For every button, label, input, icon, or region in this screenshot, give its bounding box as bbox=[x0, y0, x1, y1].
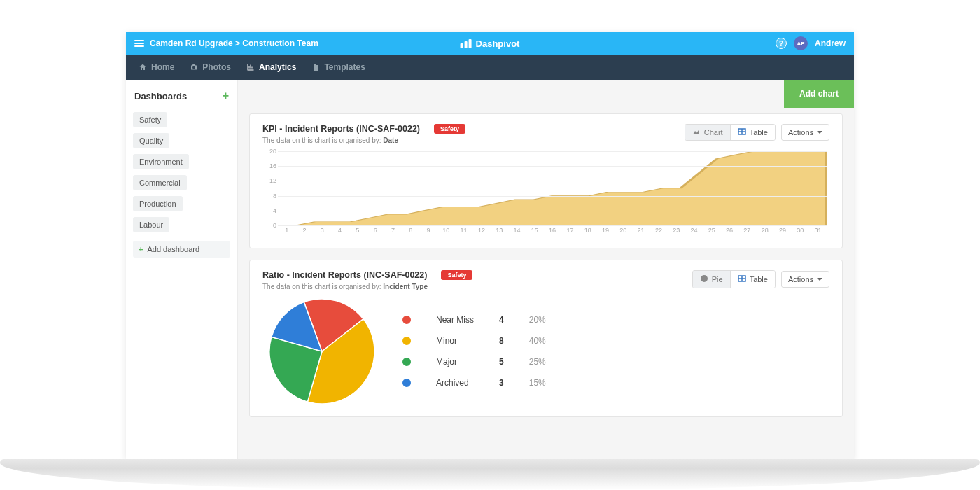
view-table-label: Table bbox=[750, 275, 768, 284]
main-nav: Home Photos Analytics Templates bbox=[126, 55, 854, 80]
legend-dot bbox=[402, 316, 411, 324]
x-tick: 13 bbox=[491, 227, 508, 237]
legend-label: Minor bbox=[436, 336, 474, 346]
sidebar-item-production[interactable]: Production bbox=[133, 196, 183, 211]
sidebar-item-labour[interactable]: Labour bbox=[133, 217, 169, 232]
x-tick: 6 bbox=[366, 227, 384, 237]
legend-percent: 40% bbox=[529, 336, 546, 346]
x-tick: 11 bbox=[455, 227, 472, 237]
add-dashboard-button[interactable]: + Add dashboard bbox=[133, 241, 230, 258]
view-table-option[interactable]: Table bbox=[730, 125, 775, 140]
chevron-down-icon bbox=[817, 278, 822, 281]
view-table-option[interactable]: Table bbox=[730, 271, 775, 288]
sidebar-item-commercial[interactable]: Commercial bbox=[133, 175, 187, 190]
y-tick: 4 bbox=[262, 207, 276, 214]
legend-dot bbox=[402, 337, 411, 345]
nav-analytics[interactable]: Analytics bbox=[246, 62, 296, 72]
y-tick: 20 bbox=[262, 148, 276, 155]
add-chart-button[interactable]: Add chart bbox=[784, 80, 854, 108]
x-tick: 22 bbox=[650, 227, 667, 237]
sidebar-item-quality[interactable]: Quality bbox=[133, 133, 169, 148]
view-chart-option[interactable]: Chart bbox=[685, 125, 730, 140]
main-content: Add chart KPI - Incident Reports (INC-SA… bbox=[238, 80, 854, 459]
device-stand bbox=[0, 459, 980, 490]
y-tick: 16 bbox=[262, 162, 276, 169]
add-dashboard-plus-icon[interactable]: + bbox=[223, 90, 229, 102]
app-window: Camden Rd Upgrade > Construction Team Da… bbox=[126, 32, 854, 459]
view-table-label: Table bbox=[750, 128, 768, 136]
ratio-view-toggle: Pie Table bbox=[692, 270, 776, 288]
y-tick: 12 bbox=[262, 177, 276, 184]
x-tick: 28 bbox=[756, 227, 774, 237]
x-tick: 24 bbox=[685, 227, 703, 237]
table-icon bbox=[738, 128, 746, 136]
menu-icon[interactable] bbox=[134, 40, 144, 47]
x-tick: 25 bbox=[703, 227, 720, 237]
legend-percent: 15% bbox=[529, 378, 546, 388]
camera-icon bbox=[190, 63, 198, 71]
user-name[interactable]: Andrew bbox=[815, 38, 846, 48]
brand-logo: Dashpivot bbox=[461, 38, 520, 49]
legend-label: Major bbox=[436, 357, 474, 367]
legend-count: 4 bbox=[499, 315, 504, 325]
x-tick: 21 bbox=[632, 227, 650, 237]
ratio-actions-dropdown[interactable]: Actions bbox=[781, 271, 830, 288]
chevron-down-icon bbox=[817, 131, 822, 134]
x-tick: 23 bbox=[668, 227, 685, 237]
x-tick: 16 bbox=[543, 227, 561, 237]
x-tick: 31 bbox=[809, 227, 827, 237]
legend-dot bbox=[402, 358, 411, 366]
x-tick: 3 bbox=[314, 227, 331, 237]
view-pie-label: Pie bbox=[712, 275, 723, 284]
nav-analytics-label: Analytics bbox=[259, 62, 296, 72]
nav-photos-label: Photos bbox=[202, 62, 231, 72]
breadcrumb[interactable]: Camden Rd Upgrade > Construction Team bbox=[150, 38, 318, 48]
x-tick: 18 bbox=[579, 227, 596, 237]
home-icon bbox=[139, 63, 147, 71]
document-icon bbox=[312, 63, 320, 71]
x-tick: 14 bbox=[508, 227, 526, 237]
x-tick: 7 bbox=[384, 227, 402, 237]
help-icon[interactable]: ? bbox=[776, 38, 787, 49]
x-tick: 30 bbox=[792, 227, 809, 237]
x-tick: 12 bbox=[472, 227, 490, 237]
x-tick: 29 bbox=[774, 227, 791, 237]
x-tick: 4 bbox=[331, 227, 349, 237]
legend-percent: 20% bbox=[529, 315, 546, 325]
kpi-actions-dropdown[interactable]: Actions bbox=[781, 124, 830, 141]
x-tick: 19 bbox=[596, 227, 614, 237]
nav-templates[interactable]: Templates bbox=[312, 62, 365, 72]
x-tick: 8 bbox=[402, 227, 419, 237]
x-tick: 2 bbox=[295, 227, 313, 237]
view-chart-label: Chart bbox=[704, 128, 723, 136]
pie-legend: Near Miss420%Minor840%Major525%Archived3… bbox=[402, 315, 546, 388]
legend-label: Near Miss bbox=[436, 315, 474, 325]
x-tick: 10 bbox=[438, 227, 455, 237]
view-pie-option[interactable]: Pie bbox=[693, 271, 730, 288]
sidebar-item-environment[interactable]: Environment bbox=[133, 154, 189, 169]
table-icon bbox=[738, 275, 746, 284]
sidebar: Dashboards + SafetyQualityEnvironmentCom… bbox=[126, 80, 238, 459]
x-tick: 20 bbox=[615, 227, 632, 237]
safety-badge: Safety bbox=[441, 270, 472, 280]
x-tick: 15 bbox=[526, 227, 543, 237]
nav-home[interactable]: Home bbox=[139, 62, 174, 72]
nav-photos[interactable]: Photos bbox=[190, 62, 231, 72]
plus-icon: + bbox=[139, 245, 143, 253]
y-tick: 8 bbox=[262, 192, 276, 200]
avatar[interactable]: AP bbox=[794, 36, 808, 50]
legend-label: Archived bbox=[436, 378, 474, 388]
sidebar-title: Dashboards bbox=[134, 91, 187, 102]
nav-home-label: Home bbox=[151, 62, 174, 72]
x-tick: 1 bbox=[278, 227, 295, 237]
analytics-icon bbox=[246, 63, 255, 71]
x-tick: 17 bbox=[561, 227, 579, 237]
content-toolbar: Add chart bbox=[238, 80, 854, 108]
kpi-view-toggle: Chart Table bbox=[685, 124, 776, 141]
legend-dot bbox=[402, 379, 411, 387]
ratio-card-title: Ratio - Incident Reports (INC-SAF-0022) bbox=[262, 270, 427, 280]
sidebar-item-safety[interactable]: Safety bbox=[133, 112, 167, 127]
ratio-pie-chart bbox=[270, 299, 374, 404]
x-tick: 5 bbox=[349, 227, 366, 237]
legend-count: 8 bbox=[499, 336, 504, 346]
